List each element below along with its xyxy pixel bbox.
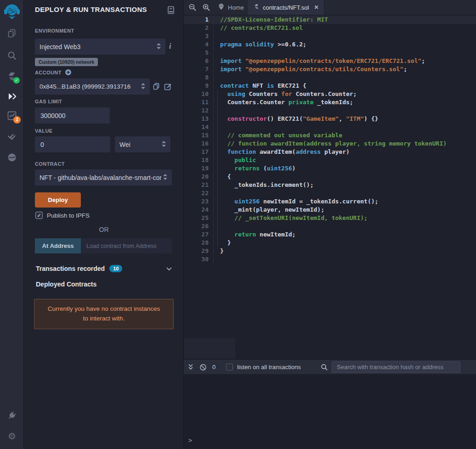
pending-tx-count: 0 xyxy=(212,359,215,375)
code-line-14[interactable]: 14 xyxy=(184,123,476,131)
copy-account-icon[interactable] xyxy=(153,83,160,92)
at-address-input[interactable] xyxy=(81,238,172,253)
code-line-24[interactable]: 24 _mint(player, newItemId); xyxy=(184,206,476,214)
deploy-and-run-icon[interactable] xyxy=(7,91,17,101)
environment-select[interactable]: Injected Web3 xyxy=(35,39,165,55)
code-line-17[interactable]: 17 function awardItem(address player) xyxy=(184,148,476,156)
code-line-1[interactable]: 1//SPDX-License-Identifier: MIT xyxy=(184,16,476,24)
code-line-13[interactable]: 13 constructor() ERC721("GameItem", "ITM… xyxy=(184,115,476,123)
tab-home[interactable]: Home xyxy=(212,0,250,15)
line-number: 16 xyxy=(184,140,214,148)
code-line-16[interactable]: 16 // function awardItem(address player,… xyxy=(184,140,476,148)
contract-value: NFT - github/ava-labs/avalanche-smart-co… xyxy=(40,174,161,181)
chevron-down-icon[interactable] xyxy=(166,265,172,272)
code-line-25[interactable]: 25 // _setTokenURI(newItemId, tokenURI); xyxy=(184,214,476,222)
line-number: 27 xyxy=(184,230,214,239)
code-line-28[interactable]: 28 } xyxy=(184,239,476,247)
code-line-4[interactable]: 4pragma solidity >=0.6.2; xyxy=(184,40,476,49)
code-line-23[interactable]: 23 uint256 newItemId = _tokenIds.current… xyxy=(184,197,476,206)
file-explorer-icon[interactable] xyxy=(7,28,17,39)
zoom-in-icon[interactable] xyxy=(202,3,210,11)
code-text xyxy=(214,255,220,264)
listen-transactions-checkbox[interactable] xyxy=(226,364,233,370)
expand-terminal-icon[interactable] xyxy=(187,359,194,375)
code-line-20[interactable]: 20 { xyxy=(184,173,476,181)
line-number: 25 xyxy=(184,214,214,222)
zoom-out-icon[interactable] xyxy=(188,3,197,11)
plugin-manager-icon[interactable] xyxy=(7,410,17,421)
tab-label: Home xyxy=(228,4,244,11)
publish-ipfs-checkbox[interactable] xyxy=(35,212,43,219)
add-account-icon[interactable] xyxy=(65,69,72,76)
search-icon[interactable] xyxy=(7,51,17,61)
code-line-10[interactable]: 10 using Counters for Counters.Counter; xyxy=(184,90,476,98)
code-text: contract NFT is ERC721 { xyxy=(214,82,306,90)
deploy-button[interactable]: Deploy xyxy=(35,192,81,208)
code-line-29[interactable]: 29} xyxy=(184,247,476,255)
panel-title: DEPLOY & RUN TRANSACTIONS xyxy=(35,6,147,13)
code-line-11[interactable]: 11 Counters.Counter private _tokenIds; xyxy=(184,98,476,107)
transactions-recorded-row[interactable]: Transactions recorded 10 xyxy=(36,265,172,272)
circle-wave-icon[interactable] xyxy=(7,152,17,163)
edit-account-icon[interactable] xyxy=(164,83,172,92)
code-text: } xyxy=(214,239,231,247)
line-number: 29 xyxy=(184,247,214,255)
code-line-30[interactable]: 30 xyxy=(184,255,476,264)
gas-limit-input[interactable] xyxy=(35,107,110,123)
code-text: public xyxy=(214,156,256,164)
code-text xyxy=(214,73,220,82)
code-lines: 1//SPDX-License-Identifier: MIT2// contr… xyxy=(184,16,476,264)
code-editor[interactable]: 1//SPDX-License-Identifier: MIT2// contr… xyxy=(184,15,476,359)
value-input[interactable] xyxy=(35,136,110,152)
clear-console-icon[interactable] xyxy=(199,359,207,375)
compile-success-badge-icon: ✓ xyxy=(13,77,20,84)
settings-gear-icon[interactable]: ⚙ xyxy=(7,431,17,441)
info-icon[interactable]: i xyxy=(169,42,171,51)
code-line-27[interactable]: 27 return newItemId; xyxy=(184,230,476,239)
code-line-7[interactable]: 7import "@openzeppelin/contracts/utils/C… xyxy=(184,65,476,73)
solidity-compiler-icon[interactable]: ✓ xyxy=(7,72,17,82)
code-line-2[interactable]: 2// contracts/ERC721.sol xyxy=(184,24,476,32)
account-select[interactable]: 0x845...B1aB3 (999992.3913716 xyxy=(35,79,150,95)
code-line-8[interactable]: 8 xyxy=(184,73,476,82)
line-number: 30 xyxy=(184,255,214,264)
code-line-9[interactable]: 9contract NFT is ERC721 { xyxy=(184,82,476,90)
code-line-15[interactable]: 15 // commented out unused variable xyxy=(184,131,476,140)
code-text xyxy=(214,189,220,197)
code-line-18[interactable]: 18 public xyxy=(184,156,476,164)
code-line-5[interactable]: 5 xyxy=(184,49,476,57)
transactions-recorded-label: Transactions recorded xyxy=(36,265,105,272)
code-line-19[interactable]: 19 returns (uint256) xyxy=(184,164,476,173)
contract-select[interactable]: NFT - github/ava-labs/avalanche-smart-co… xyxy=(35,169,172,185)
code-line-6[interactable]: 6import "@openzeppelin/contracts/token/E… xyxy=(184,57,476,65)
remix-logo-icon[interactable] xyxy=(3,3,21,21)
double-check-icon[interactable] xyxy=(7,131,17,141)
tab-label: contracts/NFT.sol xyxy=(263,4,309,11)
home-icon xyxy=(218,3,225,11)
account-value: 0x845...B1aB3 (999992.3913716 xyxy=(40,83,139,90)
indent-guide xyxy=(217,90,218,247)
environment-value: Injected Web3 xyxy=(40,43,155,51)
at-address-button[interactable]: At Address xyxy=(35,238,81,253)
code-text: return newItemId; xyxy=(214,230,295,239)
select-stepper-icon xyxy=(162,141,166,148)
close-tab-icon[interactable]: ✕ xyxy=(314,4,318,11)
terminal-search-input[interactable] xyxy=(332,361,460,373)
value-unit-select[interactable]: Wei xyxy=(115,136,170,152)
code-line-26[interactable]: 26 xyxy=(184,222,476,230)
code-line-3[interactable]: 3 xyxy=(184,32,476,40)
analytics-chart-icon[interactable]: 1 xyxy=(7,111,17,121)
line-number: 2 xyxy=(184,24,214,32)
code-line-22[interactable]: 22 xyxy=(184,189,476,197)
terminal-toolbar: 0 listen on all transactions xyxy=(184,359,476,374)
line-number: 17 xyxy=(184,148,214,156)
code-line-12[interactable]: 12 xyxy=(184,107,476,115)
documentation-icon[interactable] xyxy=(166,6,176,15)
code-line-21[interactable]: 21 _tokenIds.increment(); xyxy=(184,181,476,189)
line-number: 22 xyxy=(184,189,214,197)
line-number: 4 xyxy=(184,40,214,49)
line-number: 10 xyxy=(184,90,214,98)
terminal-output[interactable]: > xyxy=(184,374,476,449)
tab-contracts-nft-sol[interactable]: contracts/NFT.sol ✕ xyxy=(248,0,324,15)
code-text: Counters.Counter private _tokenIds; xyxy=(214,98,353,107)
